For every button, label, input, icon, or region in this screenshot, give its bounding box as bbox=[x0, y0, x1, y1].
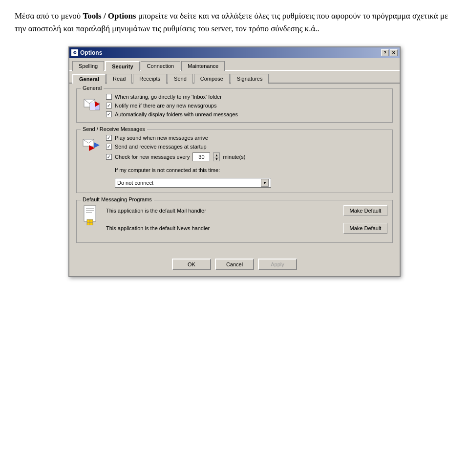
general-section-label: General bbox=[81, 85, 104, 91]
check-interval-label: Check for new messages every bbox=[115, 154, 190, 160]
dialog-body: General bbox=[69, 84, 400, 255]
mail-handler-row: This application is the default Mail han… bbox=[106, 205, 387, 216]
apply-button[interactable]: Apply bbox=[258, 259, 297, 270]
make-default-news-button[interactable]: Make Default bbox=[343, 223, 387, 234]
interval-unit-label: minute(s) bbox=[223, 154, 245, 160]
tab-security[interactable]: Security bbox=[105, 61, 139, 71]
default-messaging-section: Default Messaging Programs bbox=[76, 200, 393, 243]
intro-text-before: Μέσα από το μενού bbox=[15, 11, 83, 21]
checkbox-unread[interactable] bbox=[106, 111, 112, 117]
tab-compose[interactable]: Compose bbox=[194, 74, 230, 84]
send-receive-icon bbox=[82, 135, 101, 154]
checkbox-item-startup: Send and receive messages at startup bbox=[106, 144, 387, 150]
checkbox-sound[interactable] bbox=[106, 135, 112, 141]
dropdown-arrow-icon: ▼ bbox=[261, 179, 269, 187]
general-checkboxes: When starting, go directly to my 'Inbox'… bbox=[106, 94, 387, 117]
send-receive-content: Play sound when new messages arrive Send… bbox=[82, 135, 387, 188]
options-dialog: ⚙ Options ? ✕ Spelling Security Connecti… bbox=[68, 46, 401, 277]
general-section-content: When starting, go directly to my 'Inbox'… bbox=[82, 94, 387, 117]
checkbox-startup-label: Send and receive messages at startup bbox=[115, 144, 207, 150]
send-receive-section: Send / Receive Messages bbox=[76, 130, 393, 193]
tab-general[interactable]: General bbox=[72, 74, 106, 84]
checkbox-startup[interactable] bbox=[106, 144, 112, 150]
checkbox-unread-label: Automatically display folders with unrea… bbox=[115, 111, 238, 117]
interval-spinbox-value[interactable]: 30 bbox=[192, 152, 210, 161]
title-bar: ⚙ Options ? ✕ bbox=[69, 47, 400, 58]
mail-handler-text: This application is the default Mail han… bbox=[106, 208, 343, 214]
mail-icon bbox=[82, 94, 101, 113]
tab-connection[interactable]: Connection bbox=[141, 61, 181, 71]
spin-up-button[interactable]: ▲ bbox=[213, 152, 220, 157]
page-container: Μέσα από το μενού Tools / Options μπορεί… bbox=[15, 10, 454, 277]
default-messaging-content: This application is the default Mail han… bbox=[82, 205, 387, 238]
title-buttons: ? ✕ bbox=[381, 49, 398, 56]
dialog-wrapper: ⚙ Options ? ✕ Spelling Security Connecti… bbox=[15, 46, 454, 277]
checkbox-item-sound: Play sound when new messages arrive bbox=[106, 135, 387, 141]
news-handler-row: This application is the default News han… bbox=[106, 223, 387, 234]
ok-button[interactable]: OK bbox=[172, 259, 211, 270]
tab-read[interactable]: Read bbox=[107, 74, 132, 84]
send-receive-label: Send / Receive Messages bbox=[81, 126, 147, 132]
svg-rect-3 bbox=[90, 103, 95, 110]
tabs-row2: General Read Receipts Send Compose Signa… bbox=[69, 71, 400, 84]
cancel-button[interactable]: Cancel bbox=[215, 259, 254, 270]
make-default-mail-button[interactable]: Make Default bbox=[343, 205, 387, 216]
interval-spin-buttons: ▲ ▼ bbox=[213, 152, 220, 161]
send-receive-checkboxes: Play sound when new messages arrive Send… bbox=[106, 135, 387, 188]
intro-paragraph: Μέσα από το μενού Tools / Options μπορεί… bbox=[15, 10, 454, 35]
checkbox-newsgroups-label: Notify me if there are any new newsgroup… bbox=[115, 103, 217, 108]
check-interval-row: Check for new messages every 30 ▲ ▼ minu… bbox=[106, 152, 387, 161]
checkbox-item-2: Notify me if there are any new newsgroup… bbox=[106, 103, 387, 108]
tab-spelling[interactable]: Spelling bbox=[72, 61, 104, 71]
general-icon bbox=[82, 94, 101, 113]
default-rows: This application is the default Mail han… bbox=[106, 205, 387, 238]
dialog-title: Options bbox=[80, 49, 102, 56]
spin-down-button[interactable]: ▼ bbox=[213, 157, 220, 161]
checkbox-inbox-label: When starting, go directly to my 'Inbox'… bbox=[115, 94, 222, 100]
checkbox-item-1: When starting, go directly to my 'Inbox'… bbox=[106, 94, 387, 100]
general-section: General bbox=[76, 88, 393, 123]
checkbox-sound-label: Play sound when new messages arrive bbox=[115, 135, 208, 141]
dialog-icon: ⚙ bbox=[71, 49, 78, 56]
default-mail-icon bbox=[82, 205, 101, 225]
dropdown-value: Do not connect bbox=[117, 180, 153, 186]
help-button[interactable]: ? bbox=[381, 49, 389, 56]
tab-maintenance[interactable]: Maintenance bbox=[181, 61, 225, 71]
dialog-footer: OK Cancel Apply bbox=[69, 255, 400, 276]
news-handler-text: This application is the default News han… bbox=[106, 225, 343, 231]
tabs-row1: Spelling Security Connection Maintenance bbox=[69, 58, 400, 71]
checkbox-item-3: Automatically display folders with unrea… bbox=[106, 111, 387, 117]
default-messaging-label: Default Messaging Programs bbox=[81, 196, 154, 202]
svg-rect-7 bbox=[84, 206, 96, 221]
intro-bold: Tools / Options bbox=[83, 11, 136, 21]
tab-signatures[interactable]: Signatures bbox=[231, 74, 269, 84]
svg-marker-6 bbox=[94, 142, 100, 148]
tab-receipts[interactable]: Receipts bbox=[133, 74, 167, 84]
dropdown-row: Do not connect ▼ bbox=[115, 178, 387, 188]
if-not-connected-label: If my computer is not connected at this … bbox=[115, 167, 387, 173]
default-messaging-icon bbox=[82, 205, 101, 225]
tab-send[interactable]: Send bbox=[168, 74, 193, 84]
title-bar-left: ⚙ Options bbox=[71, 49, 102, 56]
checkbox-newsgroups[interactable] bbox=[106, 103, 112, 108]
close-button[interactable]: ✕ bbox=[390, 49, 398, 56]
checkbox-inbox[interactable] bbox=[106, 94, 112, 100]
send-receive-mail-icon bbox=[82, 135, 101, 154]
checkbox-interval[interactable] bbox=[106, 154, 112, 160]
not-connected-dropdown[interactable]: Do not connect ▼ bbox=[115, 178, 271, 188]
